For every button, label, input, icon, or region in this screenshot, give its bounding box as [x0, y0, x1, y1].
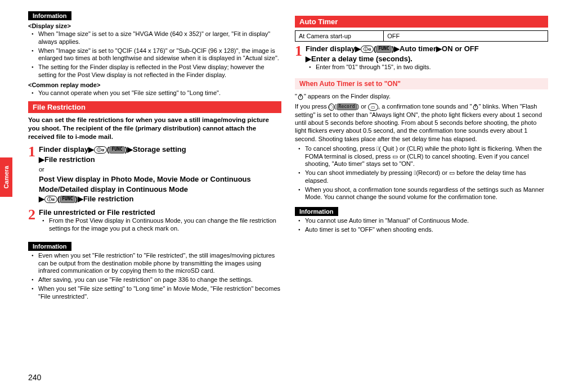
ir-key-icon: ⓘα: [44, 196, 57, 203]
when-on-line0: "" appears on the Finder display.: [295, 92, 548, 100]
list-item: When "Image size" is set to "QCIF (144 x…: [34, 47, 281, 63]
list-item: The setting for the Finder display is re…: [34, 64, 281, 79]
list-item: Enter from "01" through "15", in two dig…: [311, 64, 548, 71]
step-number: 2: [28, 208, 35, 235]
list-item: To cancel shooting, press ⃝( Quit ) or (…: [301, 145, 548, 168]
information-header: Information: [295, 207, 338, 216]
information-header: Information: [28, 11, 71, 20]
list-item: From the Post View display in Continuous…: [44, 217, 281, 233]
common-replay-list: You cannot operate when you set "File si…: [28, 89, 281, 97]
info3-list: You cannot use Auto timer in "Manual" of…: [295, 217, 548, 234]
auto-timer-default-table: At Camera start-up OFF: [295, 30, 548, 42]
auto-timer-step-title: Finder display▶ⓘα(FUNC)▶Auto timer▶ON or…: [306, 44, 548, 64]
file-restriction-intro: You can set the file restrictions for wh…: [28, 116, 281, 141]
step-or: or: [39, 166, 281, 173]
record-icon: Record: [337, 103, 357, 110]
side-category-tab: Camera: [0, 157, 12, 197]
page-number: 240: [28, 373, 41, 382]
list-item: After saving, you can use "File restrict…: [34, 276, 281, 284]
left-column: Information <Display size> When "Image s…: [28, 11, 281, 303]
list-item: When "Image size" is set to a size "HVGA…: [34, 30, 281, 46]
func-icon: FUNC: [60, 196, 75, 203]
information-header: Information: [28, 242, 71, 251]
display-size-heading: <Display size>: [28, 22, 281, 29]
list-item: You can shoot immediately by pressing ⃝(…: [301, 169, 548, 185]
list-item: When you set "File size setting" to "Lon…: [34, 285, 281, 301]
step-1: 1 Finder display▶ⓘα(FUNC)▶Storage settin…: [28, 145, 281, 204]
list-item: You cannot use Auto timer in "Manual" of…: [301, 217, 548, 225]
step-2-title: File unrestricted or File restricted: [39, 208, 281, 218]
list-item: Auto timer is set to "OFF" when shooting…: [301, 226, 548, 234]
right-column: Auto Timer At Camera start-up OFF 1 Find…: [295, 11, 548, 303]
when-on-bullets: To cancel shooting, press ⃝( Quit ) or (…: [295, 145, 548, 201]
step-1-title: Finder display▶ⓘα(FUNC)▶Storage setting …: [39, 145, 281, 164]
info2-list: Even when you set "File restriction" to …: [28, 252, 281, 301]
ir-key-icon: ⓘα: [361, 46, 374, 53]
rect-key-icon: ▭: [368, 103, 378, 111]
step-1-alt: Post View display in Photo Mode, Movie M…: [39, 174, 281, 204]
two-column-layout: Information <Display size> When "Image s…: [28, 11, 548, 303]
when-auto-timer-on-header: When Auto Timer is set to "ON": [295, 78, 548, 89]
table-cell: At Camera start-up: [295, 31, 384, 42]
auto-timer-step-1: 1 Finder display▶ⓘα(FUNC)▶Auto timer▶ON …: [295, 44, 548, 74]
when-on-line1: If you press ⃝(Record) or ▭, a confirmat…: [295, 102, 548, 143]
list-item: Even when you set "File restriction" to …: [34, 252, 281, 275]
list-item: You cannot operate when you set "File si…: [34, 89, 281, 97]
file-restriction-header: File Restriction: [28, 101, 281, 113]
common-replay-heading: <Common replay mode>: [28, 82, 281, 88]
step-2: 2 File unrestricted or File restricted F…: [28, 208, 281, 235]
display-size-list: When "Image size" is set to a size "HVGA…: [28, 30, 281, 79]
step-number: 1: [28, 145, 35, 204]
func-icon: FUNC: [376, 46, 391, 53]
ir-key-icon: ⓘα: [94, 146, 107, 154]
step-number: 1: [295, 44, 302, 74]
timer-icon: [297, 93, 304, 100]
auto-timer-header: Auto Timer: [295, 16, 548, 28]
step-2-notes: From the Post View display in Continuous…: [39, 217, 281, 233]
auto-timer-step-notes: Enter from "01" through "15", in two dig…: [306, 64, 548, 71]
func-icon: FUNC: [109, 146, 124, 154]
table-cell: OFF: [384, 31, 548, 42]
circle-key-icon: ⃝: [329, 103, 334, 111]
timer-icon: [472, 103, 479, 110]
list-item: When you shoot, a confirmation tone soun…: [301, 186, 548, 202]
side-category-label: Camera: [3, 166, 10, 188]
